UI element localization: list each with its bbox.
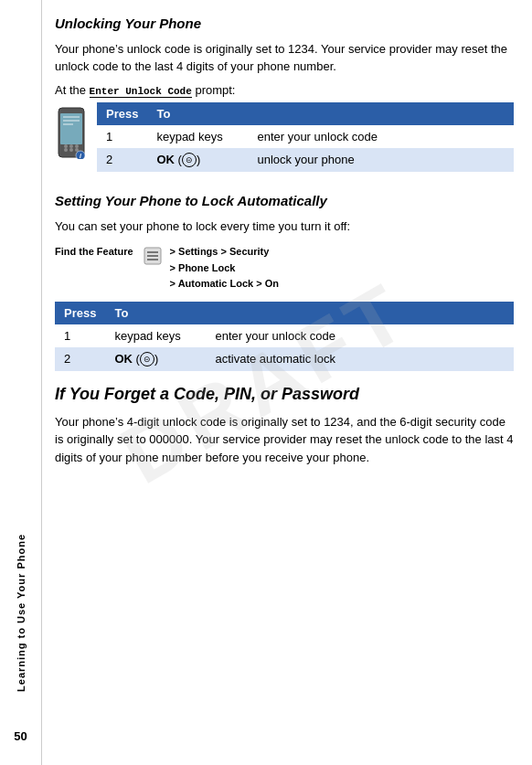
section2-body1: You can set your phone to lock every tim… [55,218,514,236]
svg-point-9 [69,144,73,148]
table-row: 2 OK (⊝) unlock your phone [97,148,514,173]
section2-table: Press To 1 keypad keys enter your unlock… [55,302,514,372]
section2-title: Setting Your Phone to Lock Automatically [55,192,514,210]
section1-prompt: At the Enter Unlock Code prompt: [55,83,514,97]
svg-point-10 [75,144,79,148]
section1-body1: Your phone’s unlock code is originally s… [55,40,514,76]
svg-rect-1 [60,113,82,144]
table-row: 1 keypad keys enter your unlock code [97,125,514,148]
section1-table: Press To 1 keypad keys enter your unlock… [97,102,514,173]
section1-table-area: i Press To 1 keypad keys enter your unlo… [55,102,514,184]
col-to-2: To [105,302,514,324]
find-feature-path: > Settings > Security > Phone Lock > Aut… [170,244,279,292]
table-row: 1 keypad keys enter your unlock code [55,324,514,347]
sidebar-label: Learning to Use Your Phone [16,534,27,692]
svg-point-7 [75,148,79,152]
col-press-2: Press [55,302,105,324]
menu-icon [143,244,163,269]
sidebar: Learning to Use Your Phone 50 [0,0,42,765]
find-feature-label: Find the Feature [55,244,133,257]
page-number: 50 [14,729,27,743]
prompt-code: Enter Unlock Code [90,86,192,98]
section3-title: If You Forget a Code, PIN, or Password [55,384,514,405]
find-feature-block: Find the Feature > Settings > Security >… [55,244,514,292]
svg-point-8 [64,144,68,148]
col-to-1: To [147,102,514,125]
phone-icon: i [55,106,88,159]
col-press-1: Press [97,102,147,125]
svg-point-6 [69,148,73,152]
table-row: 2 OK (⊝) activate automatic lock [55,347,514,372]
section1-title: Unlocking Your Phone [55,15,514,33]
main-content: Unlocking Your Phone Your phone’s unlock… [44,0,532,488]
phone-icon-area: i [55,106,88,162]
svg-point-5 [64,148,68,152]
section3-body1: Your phone’s 4-digit unlock code is orig… [55,413,514,467]
